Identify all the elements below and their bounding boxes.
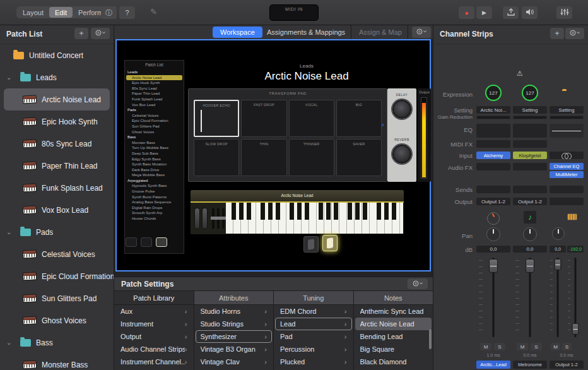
- transform-pad[interactable]: BIG: [336, 100, 382, 137]
- input-plugin-slot[interactable]: Alchemy: [476, 152, 510, 159]
- transform-pad[interactable]: HOOVER ECHO: [194, 100, 239, 137]
- pan-knob[interactable]: [523, 227, 537, 241]
- volume-fader[interactable]: [476, 255, 510, 340]
- keyboard-slider[interactable]: [217, 208, 220, 229]
- mini-patch-item[interactable]: Epic Cloud Formation: [126, 118, 182, 124]
- add-channel-strip-button[interactable]: +: [550, 28, 564, 39]
- patch-row[interactable]: Funk Splash Lead: [0, 177, 114, 199]
- sends-slot[interactable]: [476, 186, 510, 193]
- transform-pad[interactable]: VOCAL: [289, 100, 334, 137]
- mute-button[interactable]: M: [551, 343, 560, 350]
- group-row-pads[interactable]: ⌄ Pads: [0, 221, 114, 243]
- library-item[interactable]: Instrument ›: [115, 318, 192, 330]
- library-item[interactable]: Instrument Channel... ›: [115, 355, 192, 368]
- channel-name[interactable]: Arctic...Lead: [476, 361, 510, 369]
- mini-patch-item[interactable]: Mega Wobble Bass: [126, 172, 182, 178]
- audio-fx-slot[interactable]: Channel EQ: [550, 163, 584, 170]
- library-item[interactable]: Output ›: [115, 330, 192, 343]
- eq-display[interactable]: [550, 124, 584, 138]
- mini-patch-item[interactable]: Edgy Synth Bass: [126, 157, 182, 162]
- mute-button[interactable]: M: [480, 343, 491, 350]
- mini-patch-item[interactable]: Monster Bass: [126, 140, 182, 146]
- library-item[interactable]: Studio Strings ›: [196, 318, 273, 330]
- patch-list-action-menu-button[interactable]: [91, 28, 110, 39]
- mini-patch-item[interactable]: Funk Splash Lead: [126, 97, 182, 102]
- setting-button[interactable]: Setting: [513, 106, 547, 114]
- library-item[interactable]: Synthesizer ›: [196, 330, 273, 343]
- tab-assignments-mappings[interactable]: Assignments & Mappings: [267, 28, 345, 36]
- mini-patch-item[interactable]: Analog Bass Sequence: [126, 200, 182, 205]
- fader-cap[interactable]: [526, 259, 534, 273]
- mini-patch-item[interactable]: Ghost Voices: [126, 129, 182, 135]
- solo-button[interactable]: S: [531, 343, 542, 350]
- expression-knob[interactable]: 127: [485, 85, 502, 101]
- mod-wheel[interactable]: [202, 208, 208, 229]
- mini-patch-item[interactable]: Dark Bass Drive: [126, 167, 182, 173]
- patch-row[interactable]: Epic Hook Synth: [0, 110, 114, 133]
- channel-name[interactable]: Output 1-2: [550, 361, 584, 369]
- transform-pad[interactable]: THINNER: [289, 139, 334, 176]
- channel-name[interactable]: Metronome: [513, 361, 547, 369]
- eq-display[interactable]: [476, 124, 510, 138]
- mini-patch-item[interactable]: Arctic Noise Lead: [126, 75, 182, 81]
- library-item[interactable]: Black Diamond: [355, 355, 432, 368]
- mute-button[interactable]: M: [517, 343, 528, 350]
- mini-patch-item[interactable]: Sun Glitters Pad: [126, 124, 182, 129]
- screen-control-button[interactable]: [126, 237, 137, 247]
- volume-value[interactable]: 0,0: [513, 246, 547, 253]
- output-slot[interactable]: Output 1-2: [513, 198, 547, 205]
- setting-button[interactable]: Arctic Noi...: [476, 106, 510, 114]
- fader-cap[interactable]: [572, 323, 579, 335]
- share-button[interactable]: [503, 6, 519, 19]
- patch-settings-action-menu-button[interactable]: [408, 278, 428, 289]
- volume-value[interactable]: 0,0: [550, 246, 566, 253]
- fader-cap[interactable]: [489, 259, 498, 273]
- mini-patch-item[interactable]: Hypnotic Synth Bass: [126, 183, 182, 189]
- patch-row[interactable]: Arctic Noise Lead: [4, 88, 110, 110]
- screen-control-button[interactable]: [156, 237, 167, 247]
- library-item[interactable]: Big Square: [355, 343, 432, 355]
- play-button[interactable]: ▶: [476, 6, 492, 19]
- setting-button[interactable]: Setting: [550, 106, 584, 114]
- mini-patch-item[interactable]: Smooth Synth Arp: [126, 210, 182, 216]
- midi-fx-slot[interactable]: [476, 140, 510, 148]
- group-row-leads[interactable]: ⌄ Leads: [0, 66, 114, 88]
- volume-value[interactable]: -192,0: [567, 246, 584, 253]
- library-item[interactable]: Studio Horns ›: [196, 305, 273, 318]
- patch-row[interactable]: Celestial Voices: [0, 243, 114, 265]
- audio-fx-slot[interactable]: MultiMeter: [550, 171, 584, 178]
- output-slot[interactable]: [550, 198, 584, 205]
- layout-mode-button[interactable]: Layout: [17, 7, 49, 18]
- library-item[interactable]: Aux ›: [115, 305, 192, 318]
- info-button[interactable]: ⓘ: [101, 6, 117, 19]
- group-row-bass[interactable]: ⌄ Bass: [0, 331, 114, 354]
- disclosure-chevron-icon[interactable]: ⌄: [6, 339, 14, 346]
- transform-pad[interactable]: FAST DROP: [241, 100, 286, 137]
- mini-patch-item[interactable]: Deep Sub Bass: [126, 151, 182, 157]
- volume-fader[interactable]: [567, 255, 584, 340]
- keyboard-keys[interactable]: [226, 203, 403, 234]
- patch-row[interactable]: Monster Bass: [0, 354, 114, 370]
- transform-pad[interactable]: SLOW DROP: [194, 139, 239, 176]
- mini-patch-item[interactable]: Paper Thin Lead: [126, 91, 182, 97]
- library-item[interactable]: Bending Lead: [355, 330, 432, 343]
- library-item[interactable]: Percussion ›: [275, 343, 352, 355]
- mini-patch-item[interactable]: Epic Hook Synth: [126, 80, 182, 86]
- record-button[interactable]: ●: [459, 6, 474, 19]
- solo-button[interactable]: S: [562, 343, 572, 350]
- mixer-button[interactable]: [556, 6, 572, 19]
- patch-row[interactable]: 80s Sync Lead: [0, 133, 114, 155]
- midi-fx-slot[interactable]: [513, 140, 547, 148]
- disclosure-chevron-icon[interactable]: ⌄: [6, 74, 14, 81]
- sends-slot[interactable]: [550, 186, 584, 193]
- workspace-action-menu-button[interactable]: [412, 27, 431, 38]
- mini-patch-item[interactable]: 80s Sync Lead: [126, 86, 182, 92]
- disclosure-chevron-icon[interactable]: ⌄: [6, 229, 14, 236]
- reverb-knob[interactable]: [392, 145, 411, 164]
- eq-display[interactable]: [513, 124, 547, 138]
- patch-row[interactable]: Sun Glitters Pad: [0, 287, 114, 309]
- mini-patch-item[interactable]: Torn Up Wobble Bass: [126, 145, 182, 151]
- output-slot[interactable]: Output 1-2: [476, 198, 510, 205]
- mini-patch-item[interactable]: Synth Bass Mutation: [126, 162, 182, 167]
- keyboard-slider[interactable]: [222, 208, 225, 229]
